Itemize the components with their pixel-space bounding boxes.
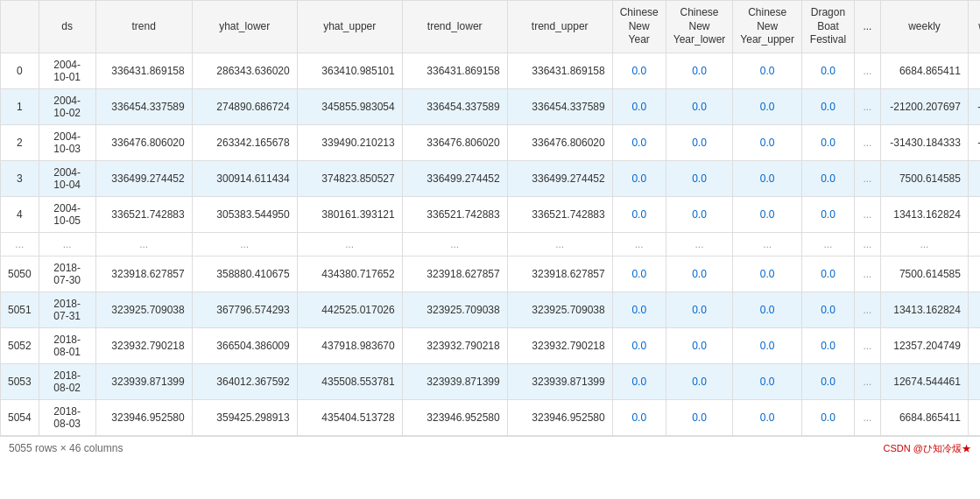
table-row: 50522018- 08-01323932.790218366504.38600… <box>1 327 981 363</box>
table-header-row: ds trend yhat_lower yhat_upper trend_low… <box>1 1 981 53</box>
col-header-trend-lower: trend_lower <box>402 1 507 53</box>
watermark: CSDN @ひ知冷煖★ <box>884 442 971 455</box>
table-row: ........................................… <box>1 232 981 256</box>
col-header-trend: trend <box>95 1 192 53</box>
table-row: 42004- 10-05336521.742883305383.54495038… <box>1 196 981 232</box>
col-header-index <box>1 1 39 53</box>
col-header-weekly2: weekly <box>968 1 980 53</box>
col-header-trend-upper: trend_upper <box>507 1 612 53</box>
table-row: 12004- 10-02336454.337589274890.68672434… <box>1 88 981 124</box>
table-footer: 5055 rows × 46 columns CSDN @ひ知冷煖★ <box>0 436 980 460</box>
row-count-label: 5055 rows × 46 columns <box>9 442 123 455</box>
col-header-ellipsis: ... <box>854 1 880 53</box>
table-row: 32004- 10-04336499.274452300914.61143437… <box>1 160 981 196</box>
col-header-weekly1: weekly <box>880 1 968 53</box>
table-row: 02004- 10-01336431.869158286343.63602036… <box>1 53 981 88</box>
table-row: 50542018- 08-03323946.952580359425.29891… <box>1 399 981 435</box>
table-row: 50512018- 07-31323925.709038367796.57429… <box>1 292 981 327</box>
col-header-dragon: DragonBoatFestival <box>801 1 854 53</box>
table-row: 22004- 10-03336476.806020263342.16567833… <box>1 124 981 160</box>
col-header-cny-upper: ChineseNewYear_upper <box>733 1 802 53</box>
data-table: ds trend yhat_lower yhat_upper trend_low… <box>0 0 980 436</box>
col-header-cny: ChineseNewYear <box>612 1 666 53</box>
col-header-cny-lower: ChineseNewYear_lower <box>666 1 733 53</box>
col-header-yhat-lower: yhat_lower <box>192 1 297 53</box>
table-row: 50502018- 07-30323918.627857358880.41067… <box>1 256 981 292</box>
col-header-ds: ds <box>39 1 95 53</box>
table-row: 50532018- 08-02323939.871399364012.36759… <box>1 363 981 399</box>
col-header-yhat-upper: yhat_upper <box>297 1 402 53</box>
table-body: 02004- 10-01336431.869158286343.63602036… <box>1 53 981 435</box>
data-table-container: ds trend yhat_lower yhat_upper trend_low… <box>0 0 980 436</box>
